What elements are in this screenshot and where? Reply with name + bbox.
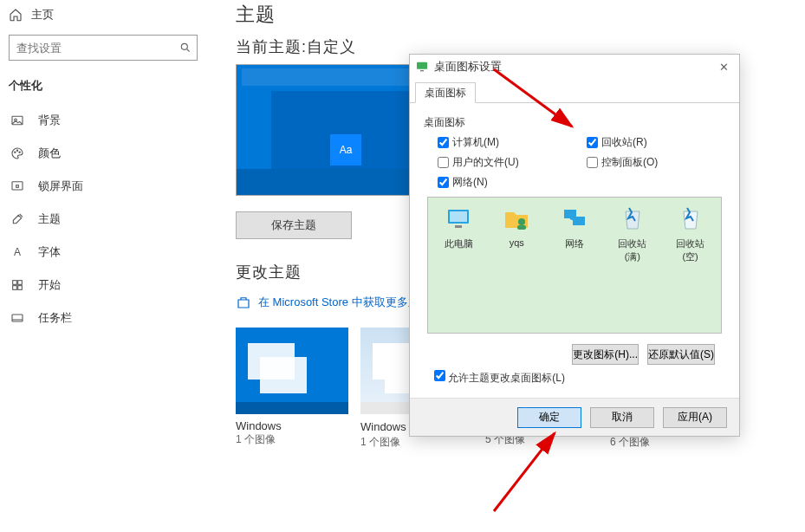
dialog-title: 桌面图标设置 — [434, 59, 502, 75]
check-computer[interactable]: 计算机(M) — [438, 135, 578, 150]
svg-rect-10 — [18, 281, 23, 285]
ok-button[interactable]: 确定 — [517, 407, 581, 428]
restore-defaults-button[interactable]: 还原默认值(S) — [647, 344, 715, 365]
lockscreen-icon — [10, 179, 24, 193]
search-box[interactable] — [9, 35, 198, 61]
check-recycle-box[interactable] — [587, 137, 598, 148]
dialog-icon-preview: 此电脑 yqs 网络 回收站(满) 回收站(空) — [427, 197, 722, 334]
dialog-body: 桌面图标 计算机(M) 回收站(R) 用户的文件(U) 控制面板(O) 网络(N… — [410, 103, 739, 394]
sidebar-home[interactable]: 主页 — [0, 2, 206, 28]
apply-button[interactable]: 应用(A) — [663, 407, 727, 428]
search-icon — [179, 42, 192, 54]
svg-rect-9 — [13, 281, 17, 285]
svg-point-6 — [19, 152, 20, 152]
taskbar-icon — [10, 311, 24, 325]
sidebar-item-themes[interactable]: 主题 — [0, 203, 206, 236]
svg-rect-22 — [450, 211, 467, 222]
user-folder-icon — [503, 204, 530, 232]
sidebar-item-label: 开始 — [38, 277, 61, 293]
sidebar-item-label: 颜色 — [38, 146, 61, 161]
check-userfiles[interactable]: 用户的文件(U) — [438, 155, 578, 170]
preview-item-network[interactable]: 网络 — [555, 204, 595, 250]
sidebar-item-taskbar[interactable]: 任务栏 — [0, 302, 206, 334]
svg-point-0 — [181, 43, 187, 49]
start-icon — [10, 278, 24, 292]
check-control-box[interactable] — [587, 157, 598, 168]
network-icon — [561, 204, 588, 232]
check-allow-themes[interactable]: 允许主题更改桌面图标(L) — [434, 372, 565, 384]
recycle-full-icon — [619, 204, 646, 232]
image-icon — [10, 114, 24, 127]
check-userfiles-box[interactable] — [438, 157, 449, 168]
svg-rect-20 — [420, 70, 424, 71]
close-icon[interactable]: ✕ — [713, 61, 734, 74]
store-icon — [236, 295, 251, 310]
sidebar-item-label: 锁屏界面 — [38, 178, 83, 194]
sidebar-item-label: 字体 — [38, 244, 61, 260]
svg-point-5 — [16, 150, 17, 151]
sidebar-section-title: 个性化 — [0, 73, 206, 104]
theme-thumb — [236, 328, 348, 414]
this-pc-icon — [445, 204, 472, 232]
svg-line-1 — [187, 49, 190, 52]
svg-rect-25 — [517, 225, 526, 230]
preview-item-label: 此电脑 — [438, 237, 479, 250]
check-control[interactable]: 控制面板(O) — [587, 155, 727, 170]
theme-card[interactable]: Windows 1 个图像 — [236, 328, 348, 450]
svg-point-24 — [518, 218, 525, 225]
preview-item-computer[interactable]: 此电脑 — [438, 204, 479, 250]
page-title: 主题 — [236, 0, 788, 36]
dialog-tab-desktop-icons[interactable]: 桌面图标 — [415, 82, 476, 103]
store-link-text: 在 Microsoft Store 中获取更多主题 — [258, 295, 431, 310]
svg-rect-11 — [13, 286, 17, 290]
save-theme-button[interactable]: 保存主题 — [236, 211, 352, 239]
check-network[interactable]: 网络(N) — [438, 175, 578, 190]
sidebar-home-label: 主页 — [31, 7, 54, 23]
sidebar: 主页 个性化 背景 颜色 锁屏界面 主题 A 字体 开始 任务栏 — [0, 0, 206, 532]
sidebar-item-label: 主题 — [38, 211, 61, 227]
check-computer-box[interactable] — [438, 137, 449, 148]
preview-accent-tile: Aa — [330, 134, 361, 165]
font-icon: A — [10, 245, 24, 259]
preview-item-recycle-empty[interactable]: 回收站(空) — [670, 204, 711, 263]
svg-rect-7 — [12, 182, 23, 190]
preview-item-label: yqs — [497, 237, 537, 248]
preview-item-label: 回收站(空) — [670, 237, 711, 263]
desktop-icon-settings-dialog: 桌面图标设置 ✕ 桌面图标 桌面图标 计算机(M) 回收站(R) 用户的文件(U… — [409, 54, 740, 437]
preview-item-label: 回收站(满) — [612, 237, 652, 263]
sidebar-item-label: 背景 — [38, 113, 61, 128]
preview-item-recycle-full[interactable]: 回收站(满) — [612, 204, 652, 263]
svg-point-4 — [15, 152, 16, 152]
preview-item-label: 网络 — [555, 237, 595, 250]
group-label: 桌面图标 — [424, 115, 725, 130]
check-recycle[interactable]: 回收站(R) — [587, 135, 727, 150]
sidebar-item-background[interactable]: 背景 — [0, 104, 206, 137]
theme-sub: 1 个图像 — [360, 435, 473, 450]
theme-sub: 6 个图像 — [610, 435, 723, 450]
home-icon — [9, 8, 23, 22]
dialog-bottom-bar: 确定 取消 应用(A) — [410, 398, 739, 436]
svg-rect-19 — [417, 62, 427, 69]
sidebar-item-label: 任务栏 — [38, 310, 72, 326]
svg-rect-12 — [18, 286, 23, 290]
check-allow-themes-box[interactable] — [434, 370, 445, 381]
dialog-tabstrip: 桌面图标 — [410, 79, 739, 103]
theme-sub: 1 个图像 — [236, 432, 348, 447]
svg-rect-13 — [12, 315, 23, 321]
dialog-titlebar[interactable]: 桌面图标设置 ✕ — [410, 55, 739, 79]
svg-rect-23 — [455, 225, 462, 228]
sidebar-item-lockscreen[interactable]: 锁屏界面 — [0, 170, 206, 203]
sidebar-item-colors[interactable]: 颜色 — [0, 137, 206, 170]
cancel-button[interactable]: 取消 — [590, 407, 654, 428]
search-input[interactable] — [16, 42, 179, 55]
sidebar-item-fonts[interactable]: A 字体 — [0, 236, 206, 269]
preview-item-user[interactable]: yqs — [497, 204, 537, 248]
svg-rect-8 — [16, 185, 19, 188]
check-network-box[interactable] — [438, 177, 449, 188]
theme-name: Windows — [236, 414, 348, 432]
sidebar-item-start[interactable]: 开始 — [0, 269, 206, 302]
change-icon-button[interactable]: 更改图标(H)... — [572, 344, 639, 365]
recycle-empty-icon — [677, 204, 704, 232]
palette-icon — [10, 146, 24, 160]
monitor-icon — [415, 60, 429, 74]
